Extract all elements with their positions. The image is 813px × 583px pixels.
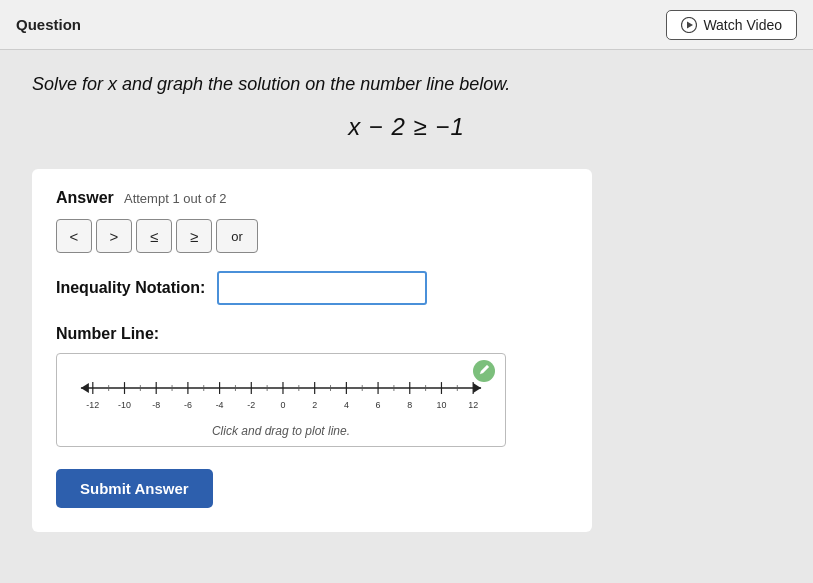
number-line-svg[interactable]: -12 -10 -8 -6 -4 -2 — [73, 366, 489, 416]
symbol-lt-button[interactable]: < — [56, 219, 92, 253]
section-label: Question — [16, 16, 81, 33]
equation-area: x − 2 ≥ −1 — [32, 113, 781, 141]
inequality-label: Inequality Notation: — [56, 279, 205, 297]
attempt-text: Attempt 1 out of 2 — [124, 191, 227, 206]
pencil-icon — [478, 365, 490, 377]
svg-text:12: 12 — [468, 400, 478, 410]
symbol-gt-button[interactable]: > — [96, 219, 132, 253]
svg-marker-4 — [473, 383, 481, 393]
number-line-section: Number Line: -12 — [56, 325, 568, 447]
top-bar: Question Watch Video — [0, 0, 813, 50]
answer-box: Answer Attempt 1 out of 2 < > ≤ ≥ or Ine… — [32, 169, 592, 532]
svg-text:4: 4 — [344, 400, 349, 410]
question-instruction: Solve for x and graph the solution on th… — [32, 74, 781, 95]
svg-marker-3 — [81, 383, 89, 393]
answer-header: Answer Attempt 1 out of 2 — [56, 189, 568, 207]
click-drag-text: Click and drag to plot line. — [73, 424, 489, 438]
svg-text:0: 0 — [280, 400, 285, 410]
inequality-input[interactable] — [217, 271, 427, 305]
svg-text:2: 2 — [312, 400, 317, 410]
edit-icon — [473, 360, 495, 382]
svg-text:-6: -6 — [184, 400, 192, 410]
main-content: Solve for x and graph the solution on th… — [0, 50, 813, 583]
play-icon — [681, 17, 697, 33]
answer-label: Answer — [56, 189, 114, 206]
symbol-or-button[interactable]: or — [216, 219, 258, 253]
svg-text:6: 6 — [376, 400, 381, 410]
watch-video-button[interactable]: Watch Video — [666, 10, 797, 40]
symbol-buttons: < > ≤ ≥ or — [56, 219, 568, 253]
watch-video-label: Watch Video — [703, 17, 782, 33]
inequality-row: Inequality Notation: — [56, 271, 568, 305]
submit-answer-button[interactable]: Submit Answer — [56, 469, 213, 508]
symbol-gte-button[interactable]: ≥ — [176, 219, 212, 253]
svg-text:-2: -2 — [247, 400, 255, 410]
svg-text:-4: -4 — [216, 400, 224, 410]
svg-marker-1 — [687, 21, 693, 28]
svg-text:8: 8 — [407, 400, 412, 410]
symbol-lte-button[interactable]: ≤ — [136, 219, 172, 253]
equation: x − 2 ≥ −1 — [348, 113, 465, 140]
svg-text:10: 10 — [436, 400, 446, 410]
number-line-container[interactable]: -12 -10 -8 -6 -4 -2 — [56, 353, 506, 447]
number-line-label: Number Line: — [56, 325, 568, 343]
svg-text:-12: -12 — [86, 400, 99, 410]
svg-text:-10: -10 — [118, 400, 131, 410]
svg-text:-8: -8 — [152, 400, 160, 410]
